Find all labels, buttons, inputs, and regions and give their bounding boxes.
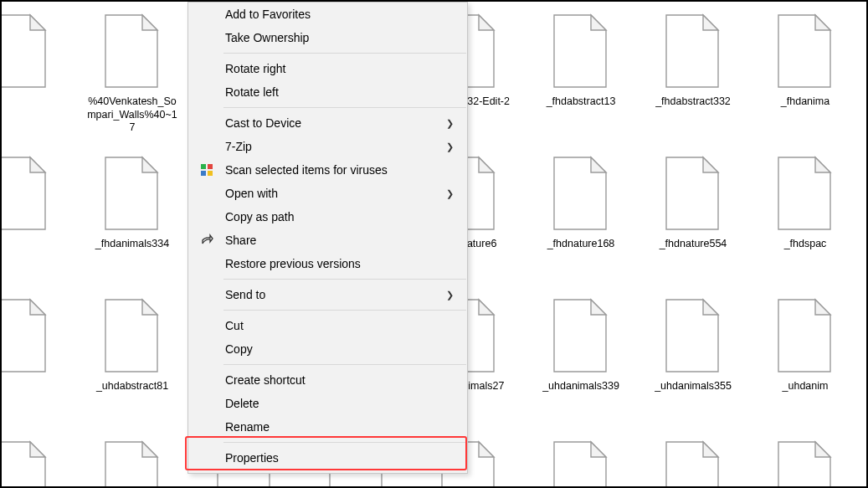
menu-restore-previous-versions[interactable]: Restore previous versions [188,252,467,275]
file-icon [663,440,723,488]
file-item[interactable] [749,432,861,488]
file-label: _uhdabstract81 [93,380,172,393]
svg-rect-2 [201,171,206,176]
file-item[interactable] [0,432,76,488]
antivirus-icon [200,163,213,177]
file-item[interactable]: _fhdabstract332 [637,5,749,147]
context-menu: Add to Favorites Take Ownership Rotate r… [187,2,468,474]
file-item[interactable] [0,290,76,432]
menu-label: Add to Favorites [225,8,311,21]
menu-separator [223,442,466,443]
menu-copy-as-path[interactable]: Copy as path [188,205,467,229]
menu-label: Rename [225,420,270,434]
file-icon [663,13,723,90]
file-item[interactable]: _uhdabstract81 [76,290,188,432]
file-item[interactable]: _fhdanimals334 [76,147,188,290]
file-item[interactable]: _uhdanim [749,290,861,432]
file-label: _fhdabstract13 [543,95,619,109]
file-icon [775,156,835,233]
file-icon [0,440,50,488]
file-item[interactable] [637,432,749,488]
chevron-right-icon: ❯ [446,188,454,199]
menu-label: Send to [225,288,265,301]
menu-label: Copy [225,342,253,356]
chevron-right-icon: ❯ [446,290,454,301]
file-label: %40Venkatesh_Sompari_Walls%40~17 [82,95,182,135]
file-label: _fhdspac [781,238,830,251]
menu-send-to[interactable]: Send to❯ [188,283,467,306]
menu-label: Copy as path [225,210,295,223]
menu-label: Rotate left [225,85,279,99]
menu-scan-viruses[interactable]: Scan selected items for viruses [188,158,467,182]
menu-delete[interactable]: Delete [188,392,467,415]
menu-add-to-favorites[interactable]: Add to Favorites [188,3,467,26]
menu-separator [223,107,466,108]
menu-label: 7-Zip [225,140,252,153]
file-label: _fhdabstract332 [652,95,734,109]
menu-label: Scan selected items for viruses [225,163,388,177]
menu-rename[interactable]: Rename [188,415,467,439]
file-icon [102,156,162,233]
file-item[interactable] [76,432,188,488]
chevron-right-icon: ❯ [446,141,454,152]
file-label: _fhdnature168 [544,238,619,251]
file-icon [663,156,723,233]
file-icon [551,13,611,90]
menu-rotate-left[interactable]: Rotate left [188,80,467,104]
file-item[interactable] [0,5,76,147]
menu-copy[interactable]: Copy [188,337,467,361]
file-icon [0,156,50,233]
menu-properties[interactable]: Properties [188,446,467,470]
share-icon [200,234,213,247]
menu-7zip[interactable]: 7-Zip❯ [188,135,467,158]
menu-cast-to-device[interactable]: Cast to Device❯ [188,111,467,135]
file-label: _fhdnature554 [656,238,731,251]
menu-label: Cut [225,319,244,332]
file-icon [551,156,611,233]
file-label: _fhdanima [778,95,833,109]
menu-label: Delete [225,397,259,410]
menu-separator [223,310,466,311]
menu-label: Rotate right [225,62,285,75]
file-icon [775,440,835,488]
menu-open-with[interactable]: Open with❯ [188,182,467,205]
file-icon [102,13,162,90]
file-item[interactable]: _uhdanimals339 [525,290,637,432]
file-item[interactable]: %40Venkatesh_Sompari_Walls%40~17 [76,5,188,147]
menu-label: Cast to Device [225,116,301,130]
file-item[interactable]: _fhdspac [749,147,861,290]
file-item[interactable]: _fhdabstract13 [525,5,637,147]
svg-rect-1 [208,164,213,169]
menu-separator [223,279,466,280]
file-item[interactable]: _fhdnature168 [525,147,637,290]
file-icon [551,298,611,375]
file-label: _uhdanimals339 [539,380,623,393]
menu-rotate-right[interactable]: Rotate right [188,57,467,80]
file-icon [663,298,723,375]
menu-create-shortcut[interactable]: Create shortcut [188,368,467,392]
menu-take-ownership[interactable]: Take Ownership [188,26,467,49]
file-icon [0,298,50,375]
file-item[interactable] [0,147,76,290]
file-item[interactable]: _fhdnature554 [637,147,749,290]
svg-rect-0 [201,164,206,169]
menu-separator [223,53,466,54]
menu-label: Take Ownership [225,31,309,44]
file-icon [102,298,162,375]
file-icon [551,440,611,488]
menu-label: Create shortcut [225,373,306,387]
menu-share[interactable]: Share [188,229,467,252]
file-item[interactable] [525,432,637,488]
chevron-right-icon: ❯ [446,118,454,129]
file-label: _uhdanimals355 [651,380,735,393]
file-item[interactable]: _fhdanima [749,5,861,147]
file-item[interactable]: _uhdanimals355 [637,290,749,432]
menu-label: Share [225,234,256,247]
file-label: _fhdanimals334 [92,238,172,251]
menu-label: Properties [225,451,279,465]
file-icon [775,13,835,90]
menu-label: Open with [225,187,278,200]
svg-rect-3 [208,171,213,176]
file-icon [102,440,162,488]
menu-cut[interactable]: Cut [188,314,467,337]
